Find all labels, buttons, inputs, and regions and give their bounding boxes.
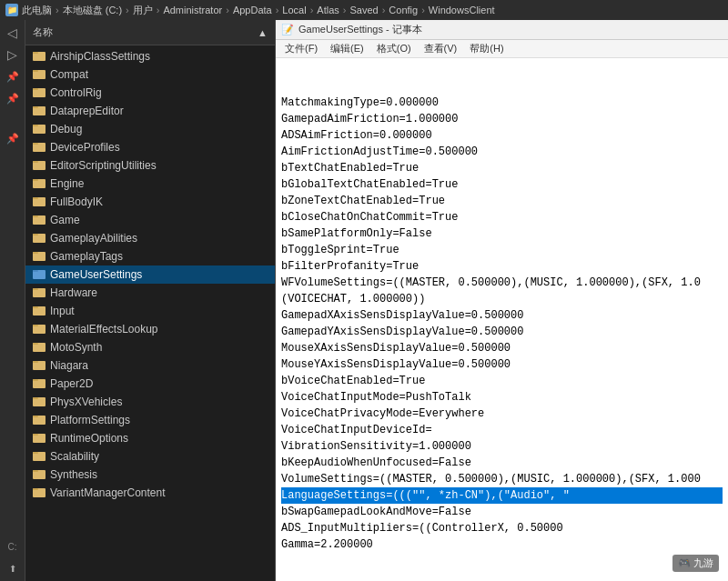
list-item[interactable]: ControlRig [25,84,275,102]
notepad-content[interactable]: MatchmakingType=0.000000GamepadAimFricti… [276,58,728,581]
breadcrumb-item[interactable]: Administrator [163,5,222,15]
forward-icon[interactable]: ▷ [4,45,22,64]
list-item-label: FullBodyIK [50,195,103,208]
pin-icon-2[interactable]: 📌 [4,89,22,107]
list-item[interactable]: RuntimeOptions [25,429,275,447]
svg-rect-25 [33,270,38,272]
list-item-label: Input [50,305,75,317]
breadcrumb-bar: 📁 此电脑 › 本地磁盘 (C:) › 用户 › Administrator ›… [0,0,728,20]
pin-icon-1[interactable]: 📌 [4,67,22,85]
list-item[interactable]: DataprepEditor [25,102,275,120]
list-item[interactable]: Debug [25,120,275,138]
content-line: bKeepAudioWhenUnfocused=False [281,455,723,471]
list-item[interactable]: Synthesis [25,466,275,484]
list-item[interactable]: VariantManagerContent [25,484,275,502]
folder-icon [33,486,46,500]
content-line: bZoneTextChatEnabled=True [281,193,723,209]
svg-rect-33 [33,343,38,345]
svg-rect-37 [33,379,38,381]
list-item[interactable]: AirshipClassSettings [25,47,275,65]
content-line: VoiceChatInputDeviceId= [281,422,723,438]
svg-rect-1 [33,52,38,54]
list-item[interactable]: FullBodyIK [25,193,275,211]
content-line: VoiceChatPrivacyMode=Everywhere [281,406,723,422]
list-item[interactable]: GameplayTags [25,247,275,265]
svg-rect-41 [33,416,38,417]
breadcrumb-item[interactable]: 用户 [133,4,153,17]
list-item-label: ControlRig [50,86,102,99]
list-item-label: Debug [50,123,82,135]
list-item-label: Paper2D [50,377,93,390]
menu-file[interactable]: 文件(F) [279,41,323,57]
content-line: GamepadAimFriction=1.000000 [281,111,723,127]
list-item[interactable]: EditorScriptingUtilities [25,156,275,175]
notepad-icon: 📝 [281,24,294,35]
highlighted-line: LanguageSettings=((("", *zh-CN"),("Audio… [281,487,723,504]
folder-icon [33,195,46,209]
folder-icon [33,123,46,136]
list-item-label: DataprepEditor [50,105,124,117]
svg-rect-21 [33,234,38,235]
left-sidebar: ◁ ▷ 📌 📌 📌 C: ⬆ [0,20,25,581]
breadcrumb-item[interactable]: AppData [233,5,272,15]
folder-icon [33,377,46,391]
list-item[interactable]: Hardware [25,284,275,302]
folder-icon [33,268,46,282]
folder-icon [33,396,46,409]
content-line: MouseYAxisSensDisplayValue=0.500000 [281,356,723,373]
list-item[interactable]: Compat [25,65,275,84]
name-column-header: 名称 [33,25,53,39]
pin-icon-3[interactable]: 📌 [4,129,22,147]
breadcrumb-item[interactable]: Saved [349,5,378,15]
list-item[interactable]: Niagara [25,356,275,375]
svg-rect-9 [33,125,38,126]
list-item[interactable]: GameplayAbilities [25,229,275,247]
list-item-label: Scalability [50,450,99,463]
list-item[interactable]: PlatformSettings [25,411,275,429]
content-line: bTextChatEnabled=True [281,160,723,176]
content-line: bCloseChatOnChatCommit=True [281,209,723,225]
list-item-label: DeviceProfiles [50,141,120,154]
list-item[interactable]: Engine [25,175,275,193]
folder-icon [33,214,46,227]
menu-help[interactable]: 帮助(H) [464,41,509,57]
arrow-icon[interactable]: ⬆ [4,559,22,577]
svg-rect-45 [33,452,38,454]
list-item[interactable]: Paper2D [25,375,275,393]
svg-rect-3 [33,70,38,72]
back-icon[interactable]: ◁ [4,24,22,42]
breadcrumb-item[interactable]: Atlas [317,5,339,15]
list-item-label: Hardware [50,286,97,299]
main-layout: ◁ ▷ 📌 📌 📌 C: ⬆ 名称 ▲ AirshipClassSettings… [0,20,728,581]
content-line: ADS_InputMultipliers=((ControllerX, 0.50… [281,520,723,536]
list-item-label: Synthesis [50,468,97,481]
list-item[interactable]: MaterialEffectsLookup [25,320,275,338]
content-line: Gamma=2.200000 [281,536,723,553]
list-item[interactable]: MotoSynth [25,338,275,356]
list-item[interactable]: GameUserSettings [25,265,275,284]
list-item[interactable]: Input [25,302,275,320]
list-item-label: GameplayAbilities [50,232,137,245]
content-line: GamepadYAxisSensDisplayValue=0.500000 [281,324,723,340]
folder-icon [33,432,46,446]
list-item[interactable]: Game [25,211,275,229]
file-list: AirshipClassSettings Compat ControlRig D… [25,45,275,581]
breadcrumb-item[interactable]: WindowsClient [429,5,495,15]
svg-rect-15 [33,179,38,181]
list-item-label: Game [50,214,80,226]
list-item[interactable]: DeviceProfiles [25,138,275,156]
list-item[interactable]: Scalability [25,447,275,466]
breadcrumb-item[interactable]: Local [282,5,306,15]
breadcrumb-item[interactable]: Config [389,5,418,15]
sort-icon[interactable]: ▲ [258,27,268,38]
menu-edit[interactable]: 编辑(E) [325,41,369,57]
content-line: bSamePlatformOnly=False [281,225,723,242]
folder-icon [33,177,46,191]
breadcrumb-item[interactable]: 本地磁盘 (C:) [63,4,122,17]
content-line: bGlobalTextChatEnabled=True [281,176,723,193]
content-line: VolumeSettings=((MASTER, 0.500000),(MUSI… [281,471,723,487]
menu-format[interactable]: 格式(O) [371,41,417,57]
breadcrumb-item[interactable]: 此电脑 [22,4,52,17]
list-item[interactable]: PhysXVehicles [25,393,275,411]
menu-view[interactable]: 查看(V) [419,41,463,57]
